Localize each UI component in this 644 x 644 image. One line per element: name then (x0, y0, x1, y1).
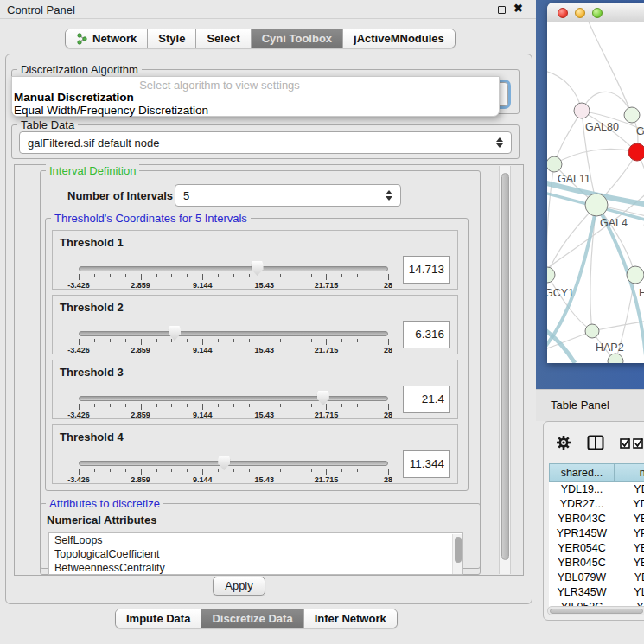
network-node[interactable] (547, 267, 555, 283)
table-cell[interactable]: YBR0 (615, 512, 644, 526)
threshold-value-field[interactable]: 6.316 (403, 321, 450, 348)
table-cell[interactable]: YER0 (615, 541, 644, 556)
number-of-intervals-combo[interactable]: 5 (175, 184, 401, 207)
scrollbar-thumb[interactable] (550, 609, 643, 615)
checkbox-icon[interactable] (620, 437, 631, 449)
node-table[interactable]: shared... n... YDL19...YDL1YDR27...YDR2Y… (549, 463, 644, 609)
table-cell[interactable]: YBL0 (615, 571, 644, 585)
table-cell[interactable]: YPR1 (615, 526, 644, 541)
tick-mark (341, 274, 342, 277)
close-icon[interactable]: ✖ (513, 2, 523, 15)
scrollbar-thumb[interactable] (455, 537, 462, 563)
table-cell[interactable]: YBR043C (549, 512, 615, 526)
column-header-shared-name[interactable]: shared... (549, 463, 615, 482)
table-row[interactable]: YPR145WYPR1 (549, 526, 644, 541)
network-node[interactable] (585, 324, 599, 338)
scale-label: 9.144 (193, 475, 213, 484)
table-cell[interactable]: YER054C (549, 541, 615, 556)
column-header-name[interactable]: n... (615, 463, 644, 482)
tick-mark (249, 404, 250, 407)
table-row[interactable]: YDL19...YDL1 (549, 482, 644, 497)
slider-track[interactable] (79, 331, 388, 336)
tick-mark (156, 339, 157, 342)
table-cell[interactable]: YBR045C (549, 556, 615, 571)
tab-discretize-data[interactable]: Discretize Data (201, 609, 303, 628)
tick-mark (94, 404, 95, 407)
tab-style[interactable]: Style (148, 29, 196, 48)
tab-network[interactable]: Network (66, 29, 148, 48)
threshold-value-field[interactable]: 14.713 (403, 256, 450, 284)
table-row[interactable]: YDR27...YDR2 (549, 497, 644, 512)
list-scrollbar[interactable] (452, 534, 462, 574)
network-node[interactable] (628, 143, 644, 161)
minimize-traffic-light-icon[interactable] (575, 8, 585, 18)
control-panel-titlebar: Control Panel ✖ (0, 0, 536, 19)
table-row[interactable]: YER054CYER0 (549, 541, 644, 556)
close-traffic-light-icon[interactable] (558, 8, 568, 18)
table-row[interactable]: YBR045CYBR0 (549, 556, 644, 571)
scrollbar-thumb[interactable] (501, 173, 509, 560)
table-row[interactable]: YBL079WYBL0 (549, 571, 644, 585)
numerical-attributes-list[interactable]: SelfLoopsTopologicalCoefficientBetweenne… (48, 532, 463, 575)
table-row[interactable]: YLR345WYLR3 (549, 585, 644, 600)
attribute-list-item[interactable]: BetweennessCentrality (49, 561, 462, 575)
split-columns-icon[interactable] (587, 435, 604, 450)
network-node-label: H (639, 287, 644, 299)
network-node[interactable] (624, 107, 640, 123)
network-window: GAL80GACGAL11GAL4GCY1HHAP2 (547, 3, 644, 363)
table-cell[interactable]: YBR0 (615, 556, 644, 571)
network-node[interactable] (547, 156, 562, 172)
table-row[interactable]: YBR043CYBR0 (549, 512, 644, 526)
slider-track[interactable] (79, 266, 388, 271)
threshold-3-slider[interactable]: -3.4262.8599.14415.4321.71528 (79, 393, 388, 419)
tick-mark (280, 274, 281, 277)
tab-infer-network[interactable]: Infer Network (304, 609, 397, 628)
apply-button[interactable]: Apply (213, 577, 265, 596)
tab-label: Cyni Toolbox (262, 32, 332, 45)
threshold-label: Threshold 1 (60, 236, 124, 249)
threshold-4-slider[interactable]: -3.4262.8599.14415.4321.71528 (79, 458, 388, 484)
table-cell[interactable]: YPR145W (549, 526, 615, 541)
tab-cyni-toolbox[interactable]: Cyni Toolbox (252, 29, 343, 48)
checkbox-icon[interactable] (633, 437, 644, 449)
table-cell[interactable]: YDR2 (615, 497, 644, 512)
tick-mark (311, 404, 312, 407)
threshold-value-field[interactable]: 21.4 (403, 386, 450, 413)
dropdown-option-manual-discretization[interactable]: Manual Discretization (14, 91, 134, 104)
tick-mark (79, 274, 80, 280)
panel-scrollbar[interactable] (499, 166, 511, 574)
table-cell[interactable]: YDL1 (615, 482, 644, 497)
slider-track[interactable] (79, 461, 388, 466)
tab-select[interactable]: Select (196, 29, 251, 48)
attribute-list-item[interactable]: SelfLoops (49, 533, 462, 547)
tab-jactivemnodules[interactable]: jActiveMNodules (343, 29, 455, 48)
dropdown-option-equal-width-frequency[interactable]: Equal Width/Frequency Discretization (14, 104, 208, 117)
network-canvas[interactable]: GAL80GACGAL11GAL4GCY1HHAP2 (547, 22, 644, 363)
scale-label: 15.43 (255, 346, 275, 354)
zoom-traffic-light-icon[interactable] (592, 8, 603, 18)
attribute-list-item[interactable]: TopologicalCoefficient (49, 547, 462, 561)
table-data-combo[interactable]: galFiltered.sif default node (19, 131, 512, 154)
table-cell[interactable]: YLR3 (615, 585, 644, 600)
dropdown-hint: Select algorithm to view settings (12, 79, 427, 92)
table-cell[interactable]: YBL079W (549, 571, 615, 585)
table-cell[interactable]: YLR345W (549, 585, 615, 600)
slider-scale-labels: -3.4262.8599.14415.4321.71528 (79, 346, 388, 355)
tick-mark (233, 274, 234, 277)
threshold-2-slider[interactable]: -3.4262.8599.14415.4321.71528 (79, 328, 388, 354)
tab-label: Infer Network (315, 612, 386, 625)
tab-impute-data[interactable]: Impute Data (116, 609, 201, 628)
gear-icon[interactable] (556, 435, 571, 450)
threshold-1-slider[interactable]: -3.4262.8599.14415.4321.71528 (79, 264, 388, 290)
table-cell[interactable]: YDR27... (549, 497, 615, 512)
table-cell[interactable]: YDL19... (549, 482, 615, 497)
threshold-value-field[interactable]: 11.344 (403, 450, 450, 478)
network-node[interactable] (627, 266, 644, 284)
float-window-icon[interactable] (498, 6, 506, 14)
scale-label: -3.426 (67, 475, 90, 484)
network-node[interactable] (574, 103, 590, 118)
slider-track[interactable] (79, 396, 388, 401)
table-horizontal-scrollbar[interactable] (547, 606, 644, 615)
tick-mark (125, 404, 126, 407)
network-node[interactable] (585, 194, 608, 216)
